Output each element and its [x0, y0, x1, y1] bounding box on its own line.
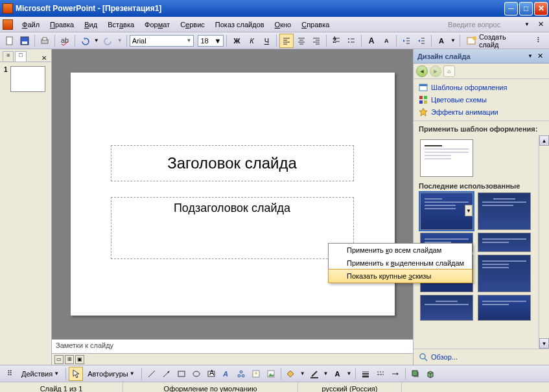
menu-window[interactable]: Окно — [270, 19, 297, 30]
align-left-button[interactable] — [279, 34, 294, 48]
align-right-button[interactable] — [309, 34, 323, 48]
ctx-large-preview[interactable]: Показать крупные эскизы — [328, 269, 473, 283]
link-animation-effects[interactable]: Эффекты анимации — [419, 108, 544, 117]
link-color-schemes[interactable]: Цветовые схемы — [419, 95, 544, 104]
svg-marker-40 — [419, 108, 427, 116]
menu-help[interactable]: Справка — [296, 19, 334, 30]
picture-tool[interactable] — [264, 367, 278, 381]
menu-insert[interactable]: Вставка — [102, 19, 139, 30]
fill-color-tool[interactable] — [284, 367, 298, 381]
nav-forward-button[interactable]: ► — [430, 65, 441, 77]
rectangle-tool[interactable] — [174, 367, 189, 381]
font-color-dropdown[interactable]: ▼ — [449, 38, 457, 43]
wordart-tool[interactable]: A — [219, 367, 233, 381]
arrow-style-tool[interactable] — [388, 367, 403, 381]
status-language[interactable]: русский (Россия) — [298, 382, 402, 392]
template-recent-2[interactable] — [478, 192, 531, 230]
template-recent-8[interactable] — [478, 295, 531, 321]
text-color-tool[interactable]: A — [330, 367, 344, 381]
notes-pane[interactable]: Заметки к слайду — [52, 339, 413, 353]
slideshow-view-button[interactable]: ▣ — [75, 355, 84, 364]
font-size-selector[interactable]: 18▼ — [198, 35, 224, 47]
undo-dropdown[interactable]: ▼ — [93, 38, 100, 43]
fill-color-dropdown[interactable]: ▼ — [299, 371, 307, 376]
line-color-dropdown[interactable]: ▼ — [322, 371, 330, 376]
normal-view-button[interactable]: ▭ — [54, 355, 64, 364]
bold-button[interactable]: Ж — [229, 34, 244, 48]
draw-grip[interactable]: ⠿ — [3, 367, 17, 381]
clipart-tool[interactable] — [249, 367, 263, 381]
browse-link[interactable]: Обзор... — [419, 352, 544, 362]
text-color-dropdown[interactable]: ▼ — [345, 371, 353, 376]
decrease-indent-button[interactable] — [399, 34, 414, 48]
template-dropdown[interactable]: ▼ — [465, 205, 473, 216]
ctx-apply-selected[interactable]: Применить к выделенным слайдам — [329, 257, 472, 270]
actions-menu[interactable]: Действия ▼ — [18, 367, 63, 380]
bullets-button[interactable] — [344, 34, 358, 48]
align-center-button[interactable] — [294, 34, 309, 48]
link-design-templates[interactable]: Шаблоны оформления — [419, 83, 544, 92]
textbox-tool[interactable]: A — [204, 367, 218, 381]
maximize-button[interactable]: □ — [519, 2, 533, 16]
oval-tool[interactable] — [189, 367, 204, 381]
gallery-scrollbar[interactable]: ▲ ▼ — [539, 135, 549, 349]
svg-rect-35 — [419, 84, 427, 86]
increase-font-button[interactable]: A — [364, 34, 379, 48]
template-recent-4[interactable] — [478, 233, 531, 252]
redo-dropdown[interactable]: ▼ — [116, 38, 124, 43]
underline-button[interactable]: Ч — [259, 34, 274, 48]
3d-tool[interactable] — [423, 367, 438, 381]
template-recent-7[interactable] — [420, 295, 473, 321]
close-button[interactable]: ✕ — [534, 2, 548, 16]
line-style-tool[interactable] — [358, 367, 373, 381]
menu-dropdown-icon[interactable]: ▼ — [522, 21, 531, 27]
menu-file[interactable]: Файл — [17, 19, 45, 30]
shadow-tool[interactable] — [408, 367, 423, 381]
font-selector[interactable]: Arial▼ — [130, 35, 194, 47]
print-button[interactable] — [38, 34, 52, 48]
subtitle-placeholder[interactable]: Подзаголовок слайда — [111, 197, 354, 259]
template-recent-6[interactable] — [478, 255, 531, 292]
title-placeholder[interactable]: Заголовок слайда — [111, 145, 354, 181]
menu-edit[interactable]: Правка — [45, 19, 79, 30]
undo-button[interactable] — [78, 34, 92, 48]
select-tool[interactable] — [69, 367, 83, 381]
line-tool[interactable] — [145, 367, 159, 381]
save-button[interactable] — [18, 34, 32, 48]
toolbar-options[interactable]: ⠇ — [532, 34, 546, 48]
nav-back-button[interactable]: ◄ — [416, 65, 428, 77]
new-button[interactable] — [3, 34, 17, 48]
menu-format[interactable]: Формат — [139, 19, 175, 30]
redo-button[interactable] — [101, 34, 115, 48]
arrow-tool[interactable] — [159, 367, 174, 381]
increase-indent-button[interactable] — [414, 34, 428, 48]
slide-thumbnail-1[interactable] — [10, 66, 45, 92]
menu-tools[interactable]: Сервис — [175, 19, 210, 30]
taskpane-close[interactable]: ✕ — [535, 52, 545, 60]
numbering-button[interactable]: 12 — [329, 34, 344, 48]
minimize-button[interactable]: ─ — [504, 2, 518, 16]
ctx-apply-all[interactable]: Применить ко всем слайдам — [329, 244, 472, 257]
tabs-close[interactable]: ✕ — [40, 54, 49, 62]
tab-slides[interactable]: □ — [15, 51, 26, 62]
font-color-button[interactable]: A — [434, 34, 449, 48]
spellcheck-button[interactable]: ab — [58, 34, 72, 48]
menu-slideshow[interactable]: Показ слайдов — [210, 19, 270, 30]
nav-home-button[interactable]: ⌂ — [443, 65, 455, 77]
template-default[interactable] — [420, 139, 473, 177]
tab-outline[interactable]: ≡ — [3, 51, 14, 62]
menu-view[interactable]: Вид — [79, 19, 102, 30]
diagram-tool[interactable] — [234, 367, 248, 381]
decrease-font-button[interactable]: A — [379, 34, 393, 48]
new-slide-button[interactable]: Создать слайд — [463, 34, 531, 48]
line-color-tool[interactable] — [307, 367, 321, 381]
italic-button[interactable]: К — [244, 34, 259, 48]
autoshapes-menu[interactable]: Автофигуры ▼ — [84, 367, 139, 380]
sorter-view-button[interactable]: ⊞ — [65, 355, 74, 364]
template-recent-1[interactable]: ▼ — [420, 192, 473, 230]
document-icon[interactable] — [3, 19, 13, 30]
dash-style-tool[interactable] — [373, 367, 388, 381]
doc-close-button[interactable]: ✕ — [535, 19, 546, 30]
taskpane-dropdown[interactable]: ▼ — [525, 53, 535, 59]
help-question-box[interactable]: Введите вопрос — [445, 19, 522, 30]
